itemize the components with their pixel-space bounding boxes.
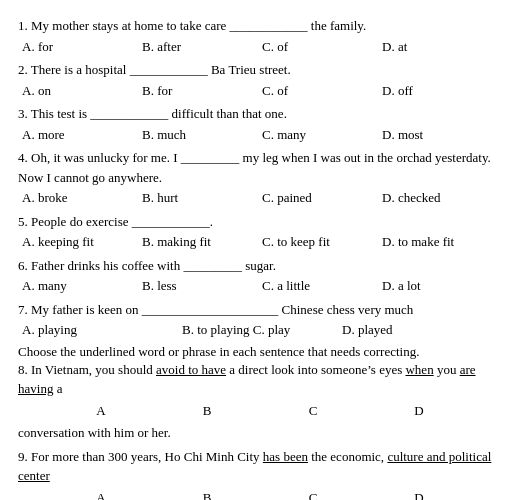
question-3: 3. This test is ____________ difficult t… bbox=[18, 104, 502, 144]
option-7-0[interactable]: A. playing bbox=[22, 320, 182, 340]
option-2-1[interactable]: B. for bbox=[142, 81, 262, 101]
option-3-2[interactable]: C. many bbox=[262, 125, 382, 145]
abcd-row-2: ABCD bbox=[18, 486, 502, 501]
options-row-4: A. brokeB. hurtC. painedD. checked bbox=[18, 188, 502, 208]
question-6: 6. Father drinks his coffee with _______… bbox=[18, 256, 502, 296]
option-1-0[interactable]: A. for bbox=[22, 37, 142, 57]
abcd-item-D[interactable]: D bbox=[389, 401, 449, 421]
question-text-3: 3. This test is ____________ difficult t… bbox=[18, 104, 502, 124]
question-text-5: 5. People do exercise ____________. bbox=[18, 212, 502, 232]
option-1-3[interactable]: D. at bbox=[382, 37, 502, 57]
option-1-2[interactable]: C. of bbox=[262, 37, 382, 57]
options-row-2: A. onB. forC. ofD. off bbox=[18, 81, 502, 101]
question-4: 4. Oh, it was unlucky for me. I ________… bbox=[18, 148, 502, 208]
abcd-item-B[interactable]: B bbox=[177, 401, 237, 421]
abcd-item-D[interactable]: D bbox=[389, 488, 449, 501]
options-row-3: A. moreB. muchC. manyD. most bbox=[18, 125, 502, 145]
question-text-6: 6. Father drinks his coffee with _______… bbox=[18, 256, 502, 276]
option-1-1[interactable]: B. after bbox=[142, 37, 262, 57]
options-row-5: A. keeping fitB. making fitC. to keep fi… bbox=[18, 232, 502, 252]
option-7-1[interactable]: B. to playing C. play bbox=[182, 320, 342, 340]
question-2: 2. There is a hospital ____________ Ba T… bbox=[18, 60, 502, 100]
question-text-4: 4. Oh, it was unlucky for me. I ________… bbox=[18, 148, 502, 187]
options-row-1: A. forB. afterC. ofD. at bbox=[18, 37, 502, 57]
section2-question-text-1: 8. In Vietnam, you should avoid to have … bbox=[18, 360, 502, 399]
section2-continuation-1: conversation with him or her. bbox=[18, 423, 502, 443]
section2-question-text-2: 9. For more than 300 years, Ho Chi Minh … bbox=[18, 447, 502, 486]
question-text-1: 1. My mother stays at home to take care … bbox=[18, 16, 502, 36]
question-text-7: 7. My father is keen on ________________… bbox=[18, 300, 502, 320]
option-4-2[interactable]: C. pained bbox=[262, 188, 382, 208]
option-6-3[interactable]: D. a lot bbox=[382, 276, 502, 296]
question-text-2: 2. There is a hospital ____________ Ba T… bbox=[18, 60, 502, 80]
abcd-item-B[interactable]: B bbox=[177, 488, 237, 501]
option-4-3[interactable]: D. checked bbox=[382, 188, 502, 208]
option-6-0[interactable]: A. many bbox=[22, 276, 142, 296]
options-row-6: A. manyB. lessC. a littleD. a lot bbox=[18, 276, 502, 296]
question-7: 7. My father is keen on ________________… bbox=[18, 300, 502, 340]
abcd-row-1: ABCD bbox=[18, 399, 502, 423]
section2-question-1: 8. In Vietnam, you should avoid to have … bbox=[18, 360, 502, 443]
option-7-2[interactable]: D. played bbox=[342, 320, 502, 340]
option-5-1[interactable]: B. making fit bbox=[142, 232, 262, 252]
abcd-item-C[interactable]: C bbox=[283, 488, 343, 501]
option-5-0[interactable]: A. keeping fit bbox=[22, 232, 142, 252]
question-1: 1. My mother stays at home to take care … bbox=[18, 16, 502, 56]
question-5: 5. People do exercise ____________.A. ke… bbox=[18, 212, 502, 252]
option-5-2[interactable]: C. to keep fit bbox=[262, 232, 382, 252]
option-2-3[interactable]: D. off bbox=[382, 81, 502, 101]
section2-question-2: 9. For more than 300 years, Ho Chi Minh … bbox=[18, 447, 502, 501]
option-3-0[interactable]: A. more bbox=[22, 125, 142, 145]
option-3-3[interactable]: D. most bbox=[382, 125, 502, 145]
abcd-item-A[interactable]: A bbox=[71, 401, 131, 421]
option-6-1[interactable]: B. less bbox=[142, 276, 262, 296]
abcd-item-C[interactable]: C bbox=[283, 401, 343, 421]
option-3-1[interactable]: B. much bbox=[142, 125, 262, 145]
option-2-2[interactable]: C. of bbox=[262, 81, 382, 101]
option-2-0[interactable]: A. on bbox=[22, 81, 142, 101]
option-4-1[interactable]: B. hurt bbox=[142, 188, 262, 208]
option-4-0[interactable]: A. broke bbox=[22, 188, 142, 208]
section2-instruction: Choose the underlined word or phrase in … bbox=[18, 344, 502, 360]
option-6-2[interactable]: C. a little bbox=[262, 276, 382, 296]
abcd-item-A[interactable]: A bbox=[71, 488, 131, 501]
options-row-7: A. playingB. to playing C. playD. played bbox=[18, 320, 502, 340]
option-5-3[interactable]: D. to make fit bbox=[382, 232, 502, 252]
